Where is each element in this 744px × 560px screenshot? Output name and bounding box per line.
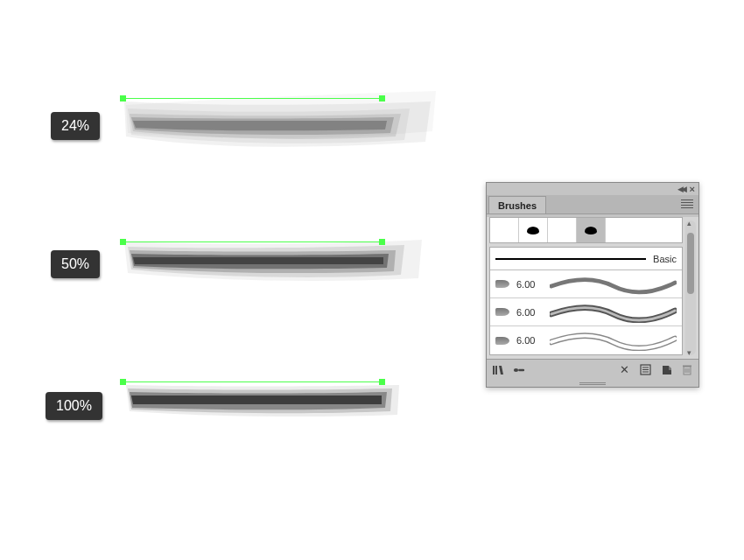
- brush-basic-row[interactable]: Basic: [490, 248, 682, 270]
- delete-brush-icon[interactable]: [681, 364, 693, 376]
- brush-preview-3: [550, 330, 677, 351]
- panel-topbar: ◀◀ ×: [487, 183, 698, 195]
- brush-tip-icon: [495, 308, 509, 316]
- selection-path-100[interactable]: [123, 382, 382, 382]
- brush-stroke-100: [123, 371, 420, 432]
- brush-row-3[interactable]: 6.00: [490, 326, 682, 354]
- svg-point-2: [514, 368, 518, 372]
- new-brush-icon[interactable]: [660, 364, 672, 376]
- options-dialog-icon[interactable]: [639, 364, 651, 376]
- brush-options-icon[interactable]: [513, 364, 525, 376]
- panel-menu-icon[interactable]: [679, 197, 695, 211]
- brush-size-label: 6.00: [516, 335, 543, 346]
- brush-thumb-1[interactable]: [490, 218, 519, 242]
- brush-row-2[interactable]: 6.00: [490, 298, 682, 326]
- brush-preview-1: [550, 274, 677, 295]
- canvas-area: 24% 50% 100%: [0, 0, 744, 560]
- brush-thumb-3[interactable]: [548, 218, 577, 242]
- selection-anchor-left-50[interactable]: [120, 239, 126, 245]
- brush-dot-icon: [527, 227, 539, 234]
- opacity-label-100: 100%: [46, 392, 102, 420]
- brush-size-label: 6.00: [516, 307, 543, 318]
- selection-anchor-right-50[interactable]: [379, 239, 385, 245]
- brush-stroke-50: [123, 229, 438, 299]
- library-icon[interactable]: [492, 364, 504, 376]
- scroll-down-icon[interactable]: ▾: [687, 348, 691, 357]
- tab-brushes[interactable]: Brushes: [488, 196, 546, 214]
- basic-label: Basic: [653, 254, 677, 264]
- remove-stroke-icon[interactable]: ✕: [618, 364, 630, 376]
- brush-size-label: 6.00: [516, 279, 543, 290]
- panel-footer: ✕: [487, 359, 698, 380]
- brush-tip-icon: [495, 337, 509, 345]
- svg-rect-1: [495, 366, 497, 374]
- brush-dot-icon: [585, 227, 597, 234]
- close-icon[interactable]: ×: [690, 184, 695, 194]
- collapse-icon[interactable]: ◀◀: [677, 185, 684, 193]
- brush-thumb-4[interactable]: [577, 218, 606, 242]
- svg-rect-12: [683, 366, 691, 368]
- panel-resize-grip[interactable]: [487, 380, 698, 387]
- opacity-label-50: 50%: [51, 250, 100, 278]
- selection-path-24[interactable]: [123, 98, 382, 99]
- selection-anchor-left-24[interactable]: [120, 95, 126, 102]
- selection-path-50[interactable]: [123, 242, 382, 242]
- selection-anchor-right-24[interactable]: [379, 95, 385, 102]
- selection-anchor-left-100[interactable]: [120, 379, 126, 385]
- selection-anchor-right-100[interactable]: [379, 379, 385, 385]
- brushes-panel: ◀◀ × Brushes Basic 6.00: [486, 182, 699, 388]
- panel-body: Basic 6.00 6.00: [487, 217, 698, 359]
- scrollbar-track[interactable]: ▴ ▾: [685, 220, 696, 355]
- scroll-up-icon[interactable]: ▴: [687, 219, 691, 228]
- brush-thumbnail-strip: [489, 217, 683, 243]
- brush-stroke-24: [123, 89, 438, 168]
- scrollbar-thumb[interactable]: [687, 233, 694, 294]
- panel-tabbar: Brushes: [487, 195, 698, 214]
- brush-row-1[interactable]: 6.00: [490, 270, 682, 298]
- brush-thumb-2[interactable]: [519, 218, 548, 242]
- brush-preview-2: [550, 302, 677, 323]
- brush-tip-icon: [495, 280, 509, 288]
- svg-rect-0: [493, 366, 495, 374]
- svg-rect-3: [518, 368, 524, 371]
- brush-list: Basic 6.00 6.00: [489, 247, 683, 355]
- brush-thumb-empty[interactable]: [606, 218, 682, 242]
- basic-stroke-preview: [495, 258, 646, 260]
- opacity-label-24: 24%: [51, 112, 100, 140]
